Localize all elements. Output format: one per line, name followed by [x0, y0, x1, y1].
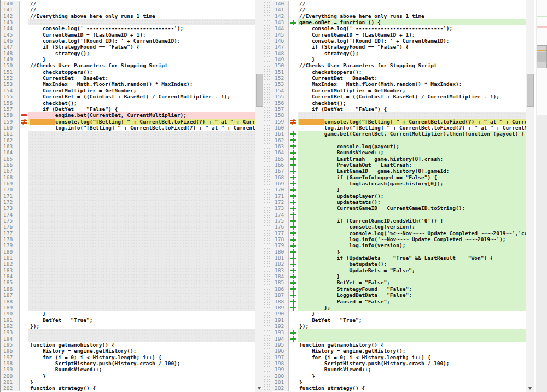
- code-line[interactable]: if (StrategyFound == "False") {: [298, 44, 526, 50]
- code-line[interactable]: }: [298, 379, 526, 385]
- code-line[interactable]: if (UpdateBets == "True" && LastResult =…: [298, 255, 526, 261]
- code-line[interactable]: for (i = 0; i < History.length; i++) {: [28, 354, 255, 360]
- left-scrollbar-thumb[interactable]: [256, 74, 263, 107]
- code-line[interactable]: console.log('[Round ID]: ' + CurrentGame…: [298, 38, 526, 44]
- code-line[interactable]: PrevCashOut = LastCrash;: [298, 162, 526, 168]
- code-line[interactable]: CurrentGameID = (LastGameID + 1);: [28, 32, 255, 38]
- code-line[interactable]: LastCrash = game.history[0].crash;: [298, 156, 526, 162]
- code-line[interactable]: log.info("[Betting] " + CurrentBet.toFix…: [28, 125, 255, 131]
- code-line[interactable]: console.log(' --------------------------…: [28, 25, 255, 31]
- code-line[interactable]: }: [28, 379, 255, 385]
- code-line[interactable]: checkbet();: [28, 100, 255, 106]
- code-line[interactable]: CurrentBet = ((CoinLost + BaseBet) / Cur…: [28, 93, 255, 100]
- code-line[interactable]: }: [298, 249, 526, 255]
- code-line[interactable]: LoggedBetData = "False";: [298, 292, 526, 298]
- code-line[interactable]: engine.bet(CurrentBet, CurrentMultiplier…: [28, 112, 255, 118]
- code-line[interactable]: function strategy() {: [298, 385, 526, 391]
- code-line[interactable]: }: [28, 56, 255, 62]
- code-line[interactable]: ScriptHistory.push(History.crash / 100);: [28, 360, 255, 366]
- code-line[interactable]: //Checks User Parameters for Stopping Sc…: [298, 62, 526, 68]
- code-line[interactable]: for (i = 0; i < History.length; i++) {: [298, 354, 526, 360]
- code-line[interactable]: updateplayer();: [298, 193, 526, 199]
- code-line[interactable]: if (StrategyFound == "False") {: [28, 44, 255, 50]
- code-line[interactable]: log.info("[Betting] " + CurrentBet.toFix…: [298, 125, 526, 131]
- code-line[interactable]: RoundsViewed++;: [298, 149, 526, 155]
- code-line[interactable]: CurrentBet = ((CoinLost + BaseBet) / Cur…: [298, 93, 526, 100]
- code-line[interactable]: }: [298, 273, 526, 279]
- code-line[interactable]: History = engine.getHistory();: [28, 348, 255, 354]
- code-line[interactable]: function getnanohistory() {: [298, 342, 526, 348]
- diff-overview-bar[interactable]: [536, 0, 547, 392]
- code-line[interactable]: //: [28, 1, 255, 7]
- code-line[interactable]: BetYet = "False";: [298, 279, 526, 285]
- left-scroll-down-icon[interactable]: [258, 387, 261, 390]
- code-line[interactable]: BetYet = "True";: [28, 317, 255, 323]
- code-line[interactable]: RoundsViewed++;: [298, 366, 526, 372]
- code-line[interactable]: [298, 212, 526, 218]
- code-line[interactable]: RoundsViewed++;: [28, 366, 255, 372]
- code-line[interactable]: //Everything above here only runs 1 time: [28, 13, 255, 19]
- code-line[interactable]: console.log("[Betting] " + CurrentBet.to…: [28, 119, 255, 125]
- code-line[interactable]: //Everything above here only runs 1 time: [298, 13, 526, 19]
- right-scroll-down-icon[interactable]: [528, 387, 532, 390]
- code-line[interactable]: console.log(version);: [298, 224, 526, 230]
- code-line[interactable]: CurrentGameID = CurrentGameID.toString()…: [298, 205, 526, 211]
- code-line[interactable]: strategy();: [298, 50, 526, 56]
- code-line[interactable]: StrategyFound = "False";: [298, 286, 526, 292]
- code-line[interactable]: History = engine.getHistory();: [298, 348, 526, 354]
- right-scrollbar-thumb[interactable]: [527, 74, 534, 107]
- code-line[interactable]: BetYet = "True";: [298, 317, 526, 323]
- overview-viewport-box[interactable]: [537, 45, 547, 68]
- code-line[interactable]: //: [298, 7, 526, 13]
- code-line[interactable]: Paused = "False";: [298, 299, 526, 305]
- code-line[interactable]: if (BetYet == "False") {: [298, 106, 526, 112]
- code-line[interactable]: [298, 336, 526, 342]
- code-line[interactable]: MaxIndex = Math.floor(Math.random() * Ma…: [298, 81, 526, 87]
- code-line[interactable]: //Checks User Parameters for Stopping Sc…: [28, 62, 255, 68]
- code-line[interactable]: CurrentMultiplier = GetNumber;: [28, 87, 255, 93]
- code-line[interactable]: checkstoppers();: [28, 69, 255, 75]
- code-line[interactable]: LastGameID = game.history[0].gameId;: [298, 168, 526, 174]
- code-line[interactable]: updatestats();: [298, 199, 526, 205]
- code-line[interactable]: if (BetYet == "False") {: [28, 106, 255, 112]
- code-line[interactable]: MaxIndex = Math.floor(Math.random() * Ma…: [28, 81, 255, 87]
- code-line[interactable]: loglastcrash(game.history[0]);: [298, 180, 526, 186]
- code-line[interactable]: }: [298, 186, 526, 192]
- code-line[interactable]: });: [298, 323, 526, 329]
- code-line[interactable]: //: [28, 7, 255, 13]
- left-vertical-scrollbar[interactable]: [255, 0, 264, 392]
- code-line[interactable]: }: [298, 373, 526, 379]
- code-line[interactable]: CurrentBet = BaseBet;: [28, 75, 255, 81]
- right-vertical-scrollbar[interactable]: [526, 0, 534, 392]
- code-line[interactable]: checkbet();: [298, 100, 526, 106]
- code-line[interactable]: console.log("[Betting] " + CurrentBet.to…: [298, 119, 526, 125]
- code-line[interactable]: }: [298, 311, 526, 317]
- code-line[interactable]: CurrentBet = BaseBet;: [298, 75, 526, 81]
- code-line[interactable]: });: [28, 323, 255, 329]
- code-line[interactable]: function getnanohistory() {: [28, 342, 255, 348]
- code-line[interactable]: game.onBet = function () {: [298, 19, 526, 25]
- code-line[interactable]: console.log('[Round ID]: ' + CurrentGame…: [28, 38, 255, 44]
- code-line[interactable]: checkstoppers();: [298, 69, 526, 75]
- code-line[interactable]: CurrentGameID = (LastGameID + 1);: [298, 32, 526, 38]
- code-line[interactable]: };: [298, 305, 526, 311]
- code-line[interactable]: if (CurrentGameID.endsWith('0')) {: [298, 218, 526, 224]
- code-line[interactable]: UpdateBets = "False";: [298, 267, 526, 273]
- code-line[interactable]: ScriptHistory.push(History.crash / 100);: [298, 360, 526, 366]
- code-line[interactable]: if (GameInfoLogged == "False") {: [298, 174, 526, 180]
- code-line[interactable]: console.log('%c~~Nov~~~~ Update Complete…: [298, 230, 526, 236]
- code-line[interactable]: function strategy() {: [28, 385, 255, 391]
- code-line[interactable]: console.log(payout);: [298, 143, 526, 149]
- code-line[interactable]: log.info(version);: [298, 242, 526, 248]
- code-line[interactable]: [298, 329, 526, 335]
- code-line[interactable]: strategy();: [28, 50, 255, 56]
- code-line[interactable]: log.info('~~Nov~~~~ Update Completed ~~~…: [298, 236, 526, 242]
- code-line[interactable]: }: [28, 373, 255, 379]
- code-line[interactable]: betupdate();: [298, 261, 526, 267]
- code-line[interactable]: console.log(' --------------------------…: [298, 25, 526, 31]
- code-line[interactable]: //: [298, 1, 526, 7]
- code-line[interactable]: }: [298, 56, 526, 62]
- code-line[interactable]: CurrentMultiplier = GetNumber;: [298, 87, 526, 93]
- pane-splitter[interactable]: [264, 0, 272, 392]
- code-line[interactable]: }: [28, 311, 255, 317]
